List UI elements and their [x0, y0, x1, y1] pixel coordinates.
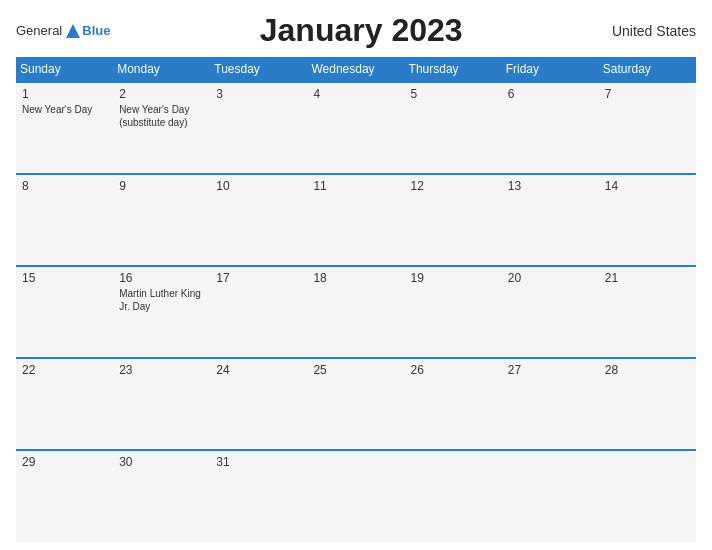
- calendar-cell: 9: [113, 174, 210, 266]
- header-tuesday: Tuesday: [210, 57, 307, 82]
- day-number: 28: [605, 363, 690, 377]
- calendar-cell: 2New Year's Day (substitute day): [113, 82, 210, 174]
- calendar-cell: [405, 450, 502, 542]
- svg-marker-0: [66, 24, 80, 38]
- day-number: 3: [216, 87, 301, 101]
- calendar-cell: 3: [210, 82, 307, 174]
- holiday-label: New Year's Day (substitute day): [119, 103, 204, 129]
- calendar-cell: [502, 450, 599, 542]
- calendar-week-row: 1516Martin Luther King Jr. Day1718192021: [16, 266, 696, 358]
- day-number: 31: [216, 455, 301, 469]
- day-number: 5: [411, 87, 496, 101]
- day-number: 13: [508, 179, 593, 193]
- logo: General Blue: [16, 22, 110, 40]
- day-number: 6: [508, 87, 593, 101]
- month-title: January 2023: [110, 12, 612, 49]
- day-number: 1: [22, 87, 107, 101]
- calendar-cell: 29: [16, 450, 113, 542]
- day-number: 9: [119, 179, 204, 193]
- day-number: 10: [216, 179, 301, 193]
- calendar-cell: 21: [599, 266, 696, 358]
- calendar-cell: 10: [210, 174, 307, 266]
- day-number: 15: [22, 271, 107, 285]
- country-label: United States: [612, 23, 696, 39]
- calendar-cell: 22: [16, 358, 113, 450]
- calendar-cell: 23: [113, 358, 210, 450]
- day-number: 12: [411, 179, 496, 193]
- calendar-cell: 15: [16, 266, 113, 358]
- calendar-cell: [307, 450, 404, 542]
- calendar-cell: 14: [599, 174, 696, 266]
- day-number: 2: [119, 87, 204, 101]
- calendar-cell: 4: [307, 82, 404, 174]
- day-number: 14: [605, 179, 690, 193]
- day-number: 25: [313, 363, 398, 377]
- calendar-cell: 17: [210, 266, 307, 358]
- day-number: 17: [216, 271, 301, 285]
- calendar-page: General Blue January 2023 United States …: [0, 0, 712, 550]
- holiday-label: Martin Luther King Jr. Day: [119, 287, 204, 313]
- calendar-cell: 12: [405, 174, 502, 266]
- calendar-week-row: 293031: [16, 450, 696, 542]
- day-number: 23: [119, 363, 204, 377]
- header-saturday: Saturday: [599, 57, 696, 82]
- calendar-cell: 16Martin Luther King Jr. Day: [113, 266, 210, 358]
- day-number: 26: [411, 363, 496, 377]
- logo-general-text: General: [16, 23, 62, 38]
- day-number: 19: [411, 271, 496, 285]
- calendar-cell: 13: [502, 174, 599, 266]
- calendar-header: General Blue January 2023 United States: [16, 12, 696, 49]
- calendar-cell: [599, 450, 696, 542]
- calendar-table: Sunday Monday Tuesday Wednesday Thursday…: [16, 57, 696, 542]
- logo-icon: [64, 22, 82, 40]
- header-sunday: Sunday: [16, 57, 113, 82]
- logo-blue-text: Blue: [82, 23, 110, 38]
- header-thursday: Thursday: [405, 57, 502, 82]
- day-number: 29: [22, 455, 107, 469]
- day-number: 30: [119, 455, 204, 469]
- day-number: 27: [508, 363, 593, 377]
- calendar-cell: 27: [502, 358, 599, 450]
- calendar-cell: 28: [599, 358, 696, 450]
- header-wednesday: Wednesday: [307, 57, 404, 82]
- holiday-label: New Year's Day: [22, 103, 107, 116]
- day-number: 24: [216, 363, 301, 377]
- calendar-cell: 20: [502, 266, 599, 358]
- calendar-cell: 25: [307, 358, 404, 450]
- calendar-cell: 11: [307, 174, 404, 266]
- day-number: 18: [313, 271, 398, 285]
- calendar-cell: 7: [599, 82, 696, 174]
- calendar-week-row: 1New Year's Day2New Year's Day (substitu…: [16, 82, 696, 174]
- day-number: 11: [313, 179, 398, 193]
- day-number: 8: [22, 179, 107, 193]
- calendar-cell: 24: [210, 358, 307, 450]
- calendar-cell: 6: [502, 82, 599, 174]
- calendar-cell: 18: [307, 266, 404, 358]
- calendar-week-row: 22232425262728: [16, 358, 696, 450]
- day-number: 21: [605, 271, 690, 285]
- day-number: 4: [313, 87, 398, 101]
- calendar-cell: 26: [405, 358, 502, 450]
- calendar-cell: 5: [405, 82, 502, 174]
- calendar-cell: 8: [16, 174, 113, 266]
- calendar-cell: 19: [405, 266, 502, 358]
- day-number: 16: [119, 271, 204, 285]
- header-monday: Monday: [113, 57, 210, 82]
- header-friday: Friday: [502, 57, 599, 82]
- calendar-cell: 1New Year's Day: [16, 82, 113, 174]
- day-number: 7: [605, 87, 690, 101]
- weekday-header-row: Sunday Monday Tuesday Wednesday Thursday…: [16, 57, 696, 82]
- day-number: 20: [508, 271, 593, 285]
- day-number: 22: [22, 363, 107, 377]
- calendar-cell: 30: [113, 450, 210, 542]
- calendar-cell: 31: [210, 450, 307, 542]
- calendar-week-row: 891011121314: [16, 174, 696, 266]
